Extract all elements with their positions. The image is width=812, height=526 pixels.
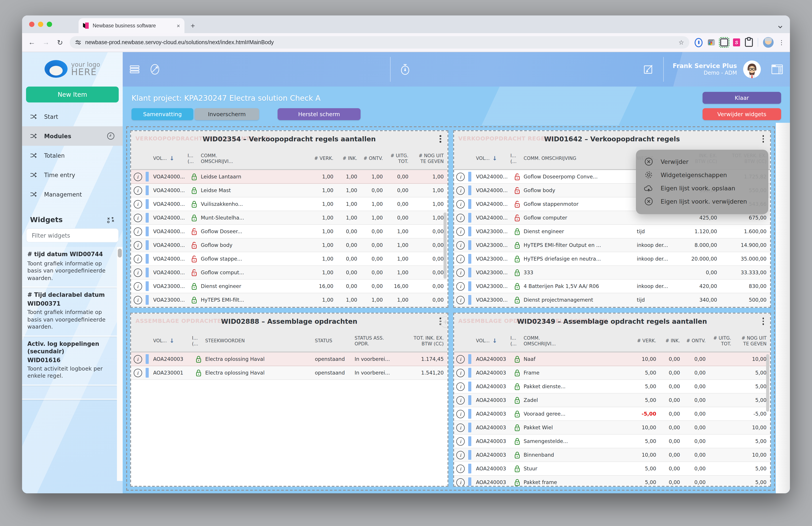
zoom-window-button[interactable]	[47, 22, 52, 27]
column-header-vol[interactable]: VOL...↓	[473, 338, 510, 345]
tab-search-chevron-icon[interactable]	[778, 25, 783, 29]
sidebar-item-start[interactable]: Start	[22, 107, 123, 126]
column-header[interactable]: COMM. OMSCHRIJVI...	[201, 153, 308, 165]
column-header[interactable]: TOT. INK. EX. BTW (CC)	[396, 335, 444, 347]
table-row[interactable]: iAOA240003Samengestelde...5,000,000,005,…	[454, 435, 770, 448]
column-header-vol[interactable]: VOL...↓	[149, 155, 188, 162]
pink-extension-icon[interactable]: S	[733, 39, 740, 46]
table-row[interactable]: iVOA23000...Dienst engineertijd1.120,001…	[454, 225, 770, 239]
table-row[interactable]: iVOA24000...Goflow stappe...1,000,000,00…	[131, 252, 447, 266]
edit-icon[interactable]	[643, 63, 655, 75]
filter-widgets-field[interactable]	[26, 228, 119, 242]
table-row[interactable]: iAOA240003Pakket frame5,000,000,005,00	[454, 475, 770, 486]
table-row[interactable]: iVOA24000...Goflow body1,000,000,001,000…	[131, 239, 447, 252]
column-header[interactable]: # UITG. TOT.	[706, 335, 731, 347]
table-row[interactable]: iVOA23000...Dienst engineer16,000,000,00…	[131, 280, 447, 293]
table-row[interactable]: iAOA240003Stuur5,000,000,005,00	[454, 462, 770, 475]
widget-scrollbar[interactable]	[443, 212, 446, 279]
sidebar-item-time-entry[interactable]: Time entry	[22, 165, 123, 185]
column-header[interactable]: I... (...	[192, 335, 205, 347]
context-menu-item[interactable]: Eigen lijst voork. opslaan	[636, 182, 768, 195]
user-name[interactable]: Frank Service Plus	[673, 62, 737, 70]
bookmark-star-icon[interactable]: ☆	[679, 39, 684, 46]
reload-button[interactable]: ↻	[56, 38, 64, 47]
table-row[interactable]: iVOA24000...Leidse Mast1,001,000,000,001…	[131, 184, 447, 197]
browser-profile-avatar[interactable]	[763, 37, 773, 48]
table-row[interactable]: iVOA23000...HyTEPS EMI-filter Output en …	[454, 239, 770, 252]
klaar-button[interactable]: Klaar	[702, 92, 781, 104]
new-tab-button[interactable]: +	[191, 22, 195, 30]
widget-menu-icon[interactable]	[439, 135, 441, 142]
table-row[interactable]: iVOA23000...4 Batterijen Pak 1,5V AA/ R0…	[454, 280, 770, 293]
column-header-vol[interactable]: VOL...↓	[149, 338, 192, 345]
minimize-window-button[interactable]	[38, 22, 43, 27]
invoerscherm-button[interactable]: Invoerscherm	[194, 108, 259, 120]
compass-icon[interactable]	[149, 63, 161, 75]
table-row[interactable]: iAOA240003Pakket dienste...5,000,000,005…	[454, 380, 770, 394]
column-header[interactable]: # VERK.	[630, 338, 656, 344]
back-button[interactable]: ←	[27, 39, 36, 46]
table-row[interactable]: iVOA23000...3330,0033.333,00	[454, 266, 770, 280]
hamburger-menu-icon[interactable]	[130, 65, 140, 73]
column-header-vol[interactable]: VOL...↓	[473, 155, 510, 162]
column-header[interactable]: # ONTV.	[357, 156, 383, 161]
widget-card[interactable]: # tijd datum WID00744Toont grafiek infor…	[22, 247, 117, 288]
table-row[interactable]: iVOA24000...Leidse Lantaarn1,001,001,000…	[131, 170, 447, 184]
table-row[interactable]: iVOA24000...Goflow comput...1,000,000,00…	[131, 266, 447, 280]
table-row[interactable]: iAOA240003Pakket Wiel10,000,000,0010,00	[454, 421, 770, 435]
table-row[interactable]: iVOA24000...Goflow Doseer...1,000,000,00…	[131, 225, 447, 239]
column-header[interactable]: COMM. OMSCHRIJVING	[524, 156, 637, 161]
widget-scrollbar[interactable]	[766, 354, 769, 412]
user-avatar[interactable]	[743, 60, 761, 78]
table-row[interactable]: iVOA23000...Dienst projectmanagementtijd…	[454, 293, 770, 307]
context-menu-item[interactable]: Eigen lijst voork. verwijderen	[636, 195, 768, 208]
widget-list-scrollbar[interactable]	[117, 247, 123, 481]
stopwatch-icon[interactable]	[400, 63, 411, 75]
new-item-button[interactable]: New Item	[26, 87, 119, 102]
column-header[interactable]: # NOG UIT TE GEVEN	[408, 153, 444, 165]
table-row[interactable]: iVOA24000...Munt-Sleutelha...1,001,001,0…	[131, 211, 447, 225]
column-header[interactable]: I... (...	[510, 153, 524, 165]
panel-layout-icon[interactable]	[771, 65, 783, 74]
column-header[interactable]: COMM. OMSCHRIJVI...	[524, 335, 630, 347]
column-header[interactable]: STATUS ASS. OPDR.	[354, 335, 396, 347]
password-manager-extension-icon[interactable]	[695, 39, 702, 46]
main-scrollbar-strip[interactable]	[776, 123, 790, 493]
column-header[interactable]: # NOG UIT TE GEVEN	[731, 335, 767, 347]
table-row[interactable]: iAOA240003Naaf10,000,000,0010,00	[454, 353, 770, 366]
widget-card-partial[interactable]	[22, 385, 117, 399]
widget-menu-icon[interactable]	[762, 135, 764, 142]
url-text[interactable]: newbase-prod.newbase.servoy-cloud.eu/sol…	[85, 39, 675, 45]
table-row[interactable]: iAOA240003Frame5,000,000,005,00	[454, 366, 770, 380]
samenvatting-button[interactable]: Samenvatting	[131, 108, 193, 120]
forward-button[interactable]: →	[42, 39, 50, 46]
browser-menu-icon[interactable]: ⋮	[779, 39, 785, 46]
column-header[interactable]: # ONTV.	[680, 338, 706, 344]
column-header[interactable]: I... (...	[188, 153, 201, 165]
column-header[interactable]: # INK.	[656, 338, 680, 344]
filter-widgets-input[interactable]	[31, 232, 114, 239]
sidebar-item-management[interactable]: Management	[22, 185, 123, 204]
column-header[interactable]: # VERK.	[308, 156, 333, 161]
widget-strategy-icon[interactable]	[107, 216, 115, 223]
extensions-icon[interactable]	[745, 39, 753, 46]
table-row[interactable]: iVOA23000...HyTEPS driefasige en neutra.…	[454, 252, 770, 266]
context-menu-item[interactable]: Widgeteigenschappen	[636, 168, 768, 182]
sidebar-item-totalen[interactable]: Totalen	[22, 146, 123, 165]
column-header[interactable]: STATUS	[315, 338, 354, 344]
verwijder-widgets-button[interactable]: Verwijder widgets	[702, 108, 781, 120]
table-row[interactable]: iVOA24000...Vuiliszakkenho...1,001,001,0…	[131, 197, 447, 211]
table-row[interactable]: iAOA230001Electra oplossing Havalopensta…	[131, 366, 447, 380]
column-header[interactable]: I... (...	[510, 335, 524, 347]
address-bar[interactable]: newbase-prod.newbase.servoy-cloud.eu/sol…	[70, 36, 689, 48]
browser-tab[interactable]: Newbase business software ×	[78, 18, 185, 33]
column-header[interactable]: # INK.	[333, 156, 357, 161]
widget-menu-icon[interactable]	[762, 317, 764, 325]
screenshot-extension-icon[interactable]	[720, 39, 728, 46]
column-header[interactable]: # UITG. TOT.	[383, 153, 408, 165]
table-row[interactable]: iAOA240003Binnenband10,000,000,0010,00	[454, 448, 770, 462]
table-row[interactable]: iVOA23000...HyTEPS EMI-filt...1,001,001,…	[131, 293, 447, 307]
column-header[interactable]: STEEKWOORDEN	[205, 338, 315, 344]
widget-card[interactable]: # Tijd declarabel datumWID00371Toont gra…	[22, 288, 117, 337]
close-window-button[interactable]	[29, 22, 34, 27]
